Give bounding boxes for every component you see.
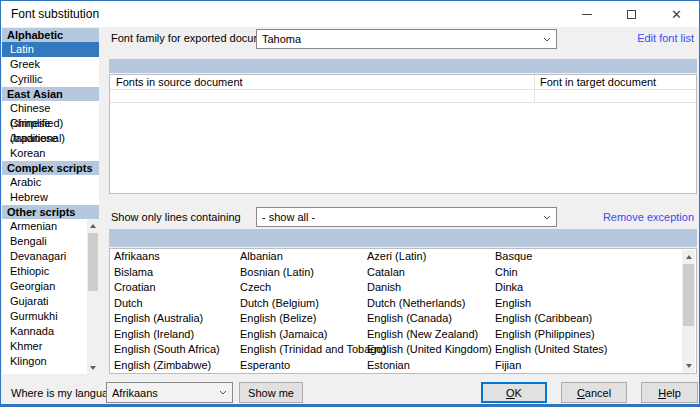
show-me-button[interactable]: Show me (239, 382, 303, 403)
font-family-combobox[interactable]: Tahoma (256, 29, 557, 49)
sidebar-item-greek[interactable]: Greek (2, 57, 99, 72)
language-item[interactable]: English (Philippines) (495, 327, 595, 343)
language-item[interactable]: English (United Kingdom) (367, 342, 492, 358)
chevron-down-icon (543, 37, 551, 42)
language-row: English (Ireland) English (Jamaica) Engl… (110, 327, 696, 343)
language-item[interactable]: Dutch (Belgium) (240, 296, 319, 312)
language-item[interactable]: Estonian (367, 358, 410, 374)
maximize-icon (627, 10, 636, 19)
language-item[interactable]: English (South Africa) (114, 342, 220, 358)
sidebar-item-latin[interactable]: Latin (2, 42, 99, 57)
chevron-down-icon (543, 215, 551, 220)
language-item[interactable]: English (Zimbabwe) (114, 358, 211, 374)
language-item[interactable]: Czech (240, 280, 271, 296)
sidebar-item-chinese-simplified[interactable]: Chinese (simplified) (2, 101, 99, 116)
sidebar-item-gurmukhi[interactable]: Gurmukhi (2, 309, 87, 324)
language-item[interactable]: Fijian (495, 358, 521, 374)
scroll-up-icon[interactable] (682, 250, 695, 263)
font-substitution-dialog: Font substitution ✕ Alphabetic Latin Gre… (0, 0, 700, 407)
sidebar-item-devanagari[interactable]: Devanagari (2, 249, 87, 264)
scrollbar-thumb[interactable] (88, 233, 98, 291)
sidebar-item-klingon[interactable]: Klingon (2, 354, 87, 369)
language-list[interactable]: Afrikaans Albanian Azeri (Latin) Basque … (109, 248, 697, 374)
language-item[interactable]: Danish (367, 280, 401, 296)
language-locator-combobox[interactable]: Afrikaans (106, 382, 233, 403)
filter-combobox[interactable]: - show all - (256, 207, 557, 227)
sidebar-item-gujarati[interactable]: Gujarati (2, 294, 87, 309)
language-item[interactable]: English (Australia) (114, 311, 203, 327)
sidebar-item-khmer[interactable]: Khmer (2, 339, 87, 354)
sidebar-item-georgian[interactable]: Georgian (2, 279, 87, 294)
language-item[interactable]: English (Caribbean) (495, 311, 592, 327)
table-caption-bar (109, 59, 697, 73)
language-item[interactable]: Croatian (114, 280, 156, 296)
language-row: English (South Africa) English (Trinidad… (110, 342, 696, 358)
sidebar-item-ethiopic[interactable]: Ethiopic (2, 264, 87, 279)
sidebar-section-alphabetic: Alphabetic (2, 28, 99, 42)
remove-exception-link[interactable]: Remove exception (603, 211, 694, 223)
cancel-button[interactable]: Cancel (561, 382, 627, 403)
column-header-target[interactable]: Font in target document (540, 75, 656, 90)
sidebar-item-bengali[interactable]: Bengali (2, 234, 87, 249)
fonts-table[interactable]: Fonts in source document Font in target … (109, 74, 697, 194)
column-divider (534, 75, 535, 103)
other-scripts-list: Armenian Bengali Devanagari Ethiopic Geo… (2, 219, 99, 374)
sidebar-item-cyrillic[interactable]: Cyrillic (2, 72, 99, 87)
sidebar-section-east-asian: East Asian (2, 87, 99, 101)
language-item[interactable]: Dutch (Netherlands) (367, 296, 465, 312)
sidebar-item-korean[interactable]: Korean (2, 146, 99, 161)
language-row: Dutch Dutch (Belgium) Dutch (Netherlands… (110, 296, 696, 312)
language-item[interactable]: English (Trinidad and Tobago) (240, 342, 386, 358)
chevron-down-icon (219, 390, 227, 395)
language-list-scrollbar[interactable] (682, 250, 695, 372)
scrollbar-thumb[interactable] (683, 264, 694, 326)
language-caption-bar (109, 229, 697, 247)
close-icon: ✕ (671, 8, 682, 21)
table-header-row: Fonts in source document Font in target … (110, 75, 696, 90)
language-item[interactable]: English (Ireland) (114, 327, 194, 343)
sidebar-section-other-scripts: Other scripts (2, 205, 99, 219)
scroll-down-icon[interactable] (682, 359, 695, 372)
language-item[interactable]: Bosnian (Latin) (240, 265, 314, 281)
filter-label: Show only lines containing (111, 211, 241, 223)
sidebar-item-hebrew[interactable]: Hebrew (2, 190, 99, 205)
language-item[interactable]: English (Jamaica) (240, 327, 327, 343)
language-item[interactable]: Basque (495, 249, 532, 265)
language-item[interactable]: English (495, 296, 531, 312)
language-item[interactable]: Bislama (114, 265, 153, 281)
sidebar-item-armenian[interactable]: Armenian (2, 219, 87, 234)
column-header-source[interactable]: Fonts in source document (116, 75, 243, 90)
title-bar[interactable]: Font substitution ✕ (1, 1, 699, 27)
scroll-down-icon[interactable] (87, 361, 99, 374)
sidebar-item-japanese[interactable]: Japanese (2, 131, 99, 146)
language-item[interactable]: Azeri (Latin) (367, 249, 426, 265)
window-title: Font substitution (11, 7, 99, 21)
sidebar-item-arabic[interactable]: Arabic (2, 175, 99, 190)
language-row: English (Zimbabwe) Esperanto Estonian Fi… (110, 358, 696, 374)
language-row: Bislama Bosnian (Latin) Catalan Chin (110, 265, 696, 281)
language-item[interactable]: English (Canada) (367, 311, 452, 327)
language-item[interactable]: Dinka (495, 280, 523, 296)
table-row[interactable] (110, 90, 696, 103)
language-row: Afrikaans Albanian Azeri (Latin) Basque (110, 249, 696, 265)
close-button[interactable]: ✕ (654, 1, 699, 27)
script-sidebar: Alphabetic Latin Greek Cyrillic East Asi… (2, 28, 99, 374)
language-item[interactable]: English (Belize) (240, 311, 316, 327)
edit-font-list-link[interactable]: Edit font list (637, 32, 694, 44)
language-item[interactable]: Afrikaans (114, 249, 160, 265)
minimize-button[interactable] (564, 1, 609, 27)
language-item[interactable]: English (United States) (495, 342, 608, 358)
scroll-up-icon[interactable] (87, 219, 99, 232)
language-item[interactable]: Chin (495, 265, 518, 281)
ok-button[interactable]: OK (481, 382, 547, 403)
help-button[interactable]: Help (641, 382, 698, 403)
language-item[interactable]: Catalan (367, 265, 405, 281)
language-item[interactable]: Esperanto (240, 358, 290, 374)
language-item[interactable]: English (New Zealand) (367, 327, 478, 343)
language-item[interactable]: Dutch (114, 296, 143, 312)
maximize-button[interactable] (609, 1, 654, 27)
sidebar-scrollbar[interactable] (87, 219, 99, 374)
language-row: Croatian Czech Danish Dinka (110, 280, 696, 296)
language-item[interactable]: Albanian (240, 249, 283, 265)
sidebar-item-kannada[interactable]: Kannada (2, 324, 87, 339)
